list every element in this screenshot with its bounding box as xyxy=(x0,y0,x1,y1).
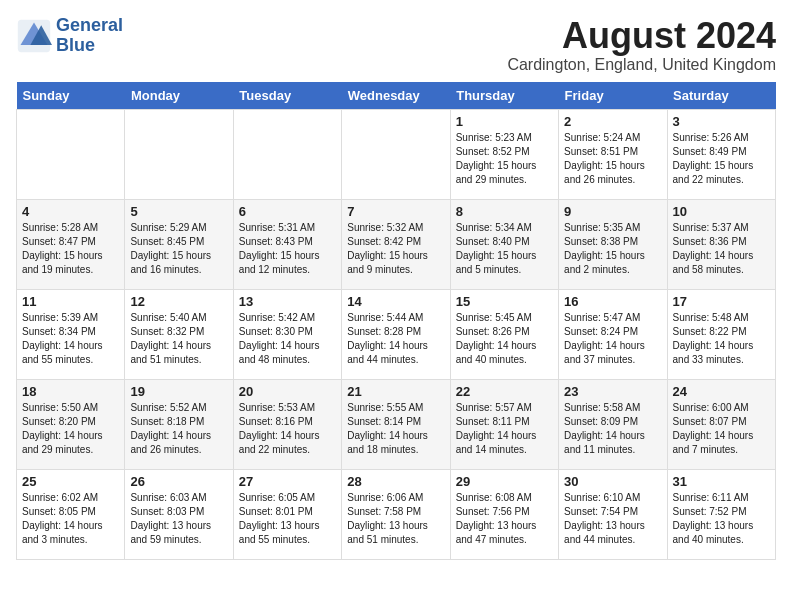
day-number: 7 xyxy=(347,204,444,219)
calendar-week-1: 1Sunrise: 5:23 AM Sunset: 8:52 PM Daylig… xyxy=(17,109,776,199)
day-info: Sunrise: 6:10 AM Sunset: 7:54 PM Dayligh… xyxy=(564,491,661,547)
calendar-cell: 10Sunrise: 5:37 AM Sunset: 8:36 PM Dayli… xyxy=(667,199,775,289)
calendar-cell: 6Sunrise: 5:31 AM Sunset: 8:43 PM Daylig… xyxy=(233,199,341,289)
day-number: 30 xyxy=(564,474,661,489)
calendar-week-3: 11Sunrise: 5:39 AM Sunset: 8:34 PM Dayli… xyxy=(17,289,776,379)
calendar-header-thursday: Thursday xyxy=(450,82,558,110)
calendar-cell: 13Sunrise: 5:42 AM Sunset: 8:30 PM Dayli… xyxy=(233,289,341,379)
calendar-cell: 23Sunrise: 5:58 AM Sunset: 8:09 PM Dayli… xyxy=(559,379,667,469)
day-info: Sunrise: 5:44 AM Sunset: 8:28 PM Dayligh… xyxy=(347,311,444,367)
calendar-cell: 24Sunrise: 6:00 AM Sunset: 8:07 PM Dayli… xyxy=(667,379,775,469)
day-info: Sunrise: 5:45 AM Sunset: 8:26 PM Dayligh… xyxy=(456,311,553,367)
calendar-cell: 17Sunrise: 5:48 AM Sunset: 8:22 PM Dayli… xyxy=(667,289,775,379)
day-number: 19 xyxy=(130,384,227,399)
day-info: Sunrise: 5:34 AM Sunset: 8:40 PM Dayligh… xyxy=(456,221,553,277)
day-number: 21 xyxy=(347,384,444,399)
day-info: Sunrise: 5:47 AM Sunset: 8:24 PM Dayligh… xyxy=(564,311,661,367)
calendar-week-2: 4Sunrise: 5:28 AM Sunset: 8:47 PM Daylig… xyxy=(17,199,776,289)
calendar-cell: 21Sunrise: 5:55 AM Sunset: 8:14 PM Dayli… xyxy=(342,379,450,469)
calendar-cell: 29Sunrise: 6:08 AM Sunset: 7:56 PM Dayli… xyxy=(450,469,558,559)
title-area: August 2024 Cardington, England, United … xyxy=(507,16,776,74)
day-info: Sunrise: 5:58 AM Sunset: 8:09 PM Dayligh… xyxy=(564,401,661,457)
calendar-header-wednesday: Wednesday xyxy=(342,82,450,110)
day-number: 11 xyxy=(22,294,119,309)
day-info: Sunrise: 6:05 AM Sunset: 8:01 PM Dayligh… xyxy=(239,491,336,547)
day-info: Sunrise: 5:31 AM Sunset: 8:43 PM Dayligh… xyxy=(239,221,336,277)
day-info: Sunrise: 5:24 AM Sunset: 8:51 PM Dayligh… xyxy=(564,131,661,187)
calendar-header-saturday: Saturday xyxy=(667,82,775,110)
calendar-cell: 26Sunrise: 6:03 AM Sunset: 8:03 PM Dayli… xyxy=(125,469,233,559)
calendar-cell: 4Sunrise: 5:28 AM Sunset: 8:47 PM Daylig… xyxy=(17,199,125,289)
day-number: 2 xyxy=(564,114,661,129)
day-info: Sunrise: 5:55 AM Sunset: 8:14 PM Dayligh… xyxy=(347,401,444,457)
day-number: 25 xyxy=(22,474,119,489)
day-number: 5 xyxy=(130,204,227,219)
calendar-week-5: 25Sunrise: 6:02 AM Sunset: 8:05 PM Dayli… xyxy=(17,469,776,559)
calendar-cell xyxy=(233,109,341,199)
calendar-cell: 12Sunrise: 5:40 AM Sunset: 8:32 PM Dayli… xyxy=(125,289,233,379)
day-info: Sunrise: 5:42 AM Sunset: 8:30 PM Dayligh… xyxy=(239,311,336,367)
day-number: 15 xyxy=(456,294,553,309)
calendar-week-4: 18Sunrise: 5:50 AM Sunset: 8:20 PM Dayli… xyxy=(17,379,776,469)
main-title: August 2024 xyxy=(507,16,776,56)
calendar-cell: 27Sunrise: 6:05 AM Sunset: 8:01 PM Dayli… xyxy=(233,469,341,559)
day-info: Sunrise: 5:29 AM Sunset: 8:45 PM Dayligh… xyxy=(130,221,227,277)
day-info: Sunrise: 5:28 AM Sunset: 8:47 PM Dayligh… xyxy=(22,221,119,277)
day-info: Sunrise: 5:53 AM Sunset: 8:16 PM Dayligh… xyxy=(239,401,336,457)
day-number: 4 xyxy=(22,204,119,219)
day-number: 10 xyxy=(673,204,770,219)
day-number: 20 xyxy=(239,384,336,399)
calendar-cell: 19Sunrise: 5:52 AM Sunset: 8:18 PM Dayli… xyxy=(125,379,233,469)
day-number: 28 xyxy=(347,474,444,489)
calendar-cell: 18Sunrise: 5:50 AM Sunset: 8:20 PM Dayli… xyxy=(17,379,125,469)
logo-icon xyxy=(16,18,52,54)
calendar-header-monday: Monday xyxy=(125,82,233,110)
calendar-cell: 9Sunrise: 5:35 AM Sunset: 8:38 PM Daylig… xyxy=(559,199,667,289)
day-number: 29 xyxy=(456,474,553,489)
day-number: 6 xyxy=(239,204,336,219)
day-number: 18 xyxy=(22,384,119,399)
day-info: Sunrise: 6:11 AM Sunset: 7:52 PM Dayligh… xyxy=(673,491,770,547)
day-number: 31 xyxy=(673,474,770,489)
day-number: 23 xyxy=(564,384,661,399)
calendar-header-row: SundayMondayTuesdayWednesdayThursdayFrid… xyxy=(17,82,776,110)
calendar-cell: 14Sunrise: 5:44 AM Sunset: 8:28 PM Dayli… xyxy=(342,289,450,379)
calendar-cell: 2Sunrise: 5:24 AM Sunset: 8:51 PM Daylig… xyxy=(559,109,667,199)
subtitle: Cardington, England, United Kingdom xyxy=(507,56,776,74)
day-info: Sunrise: 5:50 AM Sunset: 8:20 PM Dayligh… xyxy=(22,401,119,457)
day-info: Sunrise: 5:32 AM Sunset: 8:42 PM Dayligh… xyxy=(347,221,444,277)
day-number: 8 xyxy=(456,204,553,219)
day-number: 14 xyxy=(347,294,444,309)
calendar-cell: 7Sunrise: 5:32 AM Sunset: 8:42 PM Daylig… xyxy=(342,199,450,289)
day-number: 12 xyxy=(130,294,227,309)
day-number: 1 xyxy=(456,114,553,129)
day-info: Sunrise: 5:26 AM Sunset: 8:49 PM Dayligh… xyxy=(673,131,770,187)
calendar-cell: 20Sunrise: 5:53 AM Sunset: 8:16 PM Dayli… xyxy=(233,379,341,469)
calendar-cell: 15Sunrise: 5:45 AM Sunset: 8:26 PM Dayli… xyxy=(450,289,558,379)
day-number: 17 xyxy=(673,294,770,309)
day-info: Sunrise: 5:52 AM Sunset: 8:18 PM Dayligh… xyxy=(130,401,227,457)
day-number: 24 xyxy=(673,384,770,399)
calendar-cell: 8Sunrise: 5:34 AM Sunset: 8:40 PM Daylig… xyxy=(450,199,558,289)
calendar-cell: 16Sunrise: 5:47 AM Sunset: 8:24 PM Dayli… xyxy=(559,289,667,379)
day-info: Sunrise: 5:57 AM Sunset: 8:11 PM Dayligh… xyxy=(456,401,553,457)
calendar-cell xyxy=(125,109,233,199)
calendar-cell: 30Sunrise: 6:10 AM Sunset: 7:54 PM Dayli… xyxy=(559,469,667,559)
logo: General Blue xyxy=(16,16,123,56)
day-info: Sunrise: 6:00 AM Sunset: 8:07 PM Dayligh… xyxy=(673,401,770,457)
day-info: Sunrise: 6:06 AM Sunset: 7:58 PM Dayligh… xyxy=(347,491,444,547)
day-info: Sunrise: 6:03 AM Sunset: 8:03 PM Dayligh… xyxy=(130,491,227,547)
calendar-cell xyxy=(17,109,125,199)
header: General Blue August 2024 Cardington, Eng… xyxy=(16,16,776,74)
day-info: Sunrise: 6:02 AM Sunset: 8:05 PM Dayligh… xyxy=(22,491,119,547)
day-number: 22 xyxy=(456,384,553,399)
day-info: Sunrise: 6:08 AM Sunset: 7:56 PM Dayligh… xyxy=(456,491,553,547)
day-number: 9 xyxy=(564,204,661,219)
calendar-cell: 3Sunrise: 5:26 AM Sunset: 8:49 PM Daylig… xyxy=(667,109,775,199)
day-info: Sunrise: 5:23 AM Sunset: 8:52 PM Dayligh… xyxy=(456,131,553,187)
calendar-header-sunday: Sunday xyxy=(17,82,125,110)
calendar-header-friday: Friday xyxy=(559,82,667,110)
calendar-cell: 11Sunrise: 5:39 AM Sunset: 8:34 PM Dayli… xyxy=(17,289,125,379)
day-info: Sunrise: 5:48 AM Sunset: 8:22 PM Dayligh… xyxy=(673,311,770,367)
calendar-body: 1Sunrise: 5:23 AM Sunset: 8:52 PM Daylig… xyxy=(17,109,776,559)
